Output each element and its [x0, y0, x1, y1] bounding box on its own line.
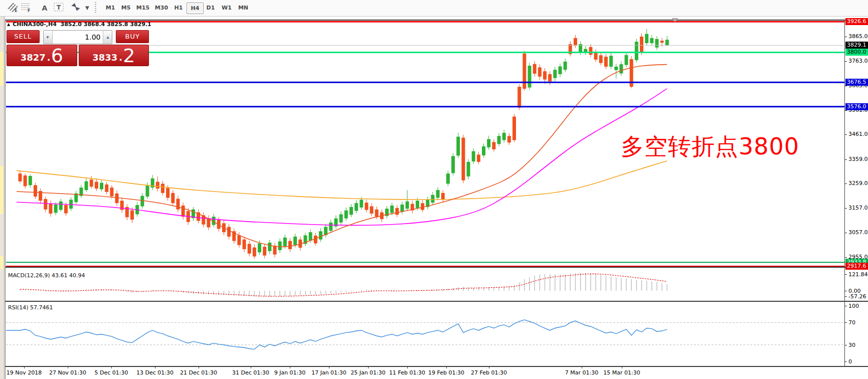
volume-stepper: ▼ ▲ [43, 30, 113, 44]
sell-price-main: 3827 [21, 51, 46, 64]
sell-price-dot: . [47, 51, 51, 64]
macd-label: MACD(12,26,9) 43.61 40.94 [8, 272, 85, 279]
collapse-triangle-icon[interactable]: ▲ [7, 22, 10, 27]
buy-price-pips: 2 [123, 47, 135, 64]
chart-shift-marker-icon[interactable] [671, 18, 678, 22]
price-line-label: 2917.6 [845, 263, 868, 270]
mt4-terminal: E F A T ▼ M1M5M15M30H1H4D1W [0, 0, 868, 379]
volume-input[interactable] [53, 31, 103, 44]
sell-price-button[interactable]: 3827.6 [7, 45, 77, 66]
sell-price-pips: 6 [51, 47, 63, 64]
price-line-label: 3829.1 [845, 42, 868, 49]
volume-decrease-button[interactable]: ▼ [44, 31, 53, 44]
volume-increase-button[interactable]: ▲ [103, 31, 112, 44]
chart-annotation-text: 多空转折点3800 [621, 131, 799, 162]
chart-title-ohlc: 3852.0 3868.4 3825.8 3829.1 [60, 21, 151, 28]
sell-button[interactable]: SELL [7, 30, 40, 43]
price-line-label: 3676.5 [845, 79, 868, 86]
buy-button[interactable]: BUY [116, 30, 149, 43]
rsi-label: RSI(14) 57.7461 [8, 304, 53, 311]
chart-title-symbol: CHINA300-,H4 [13, 21, 57, 28]
buy-price-button[interactable]: 3833.2 [79, 45, 149, 66]
chart-title: ▲CHINA300-,H4 3852.0 3868.4 3825.8 3829.… [7, 21, 151, 28]
buy-price-main: 3833 [92, 51, 117, 64]
buy-price-dot: . [119, 51, 122, 64]
one-click-trading-panel: SELL ▼ ▲ BUY 3827.6 3833.2 [7, 30, 149, 66]
price-line-label: 3926.6 [845, 18, 868, 25]
price-line-label: 3800.0 [845, 49, 868, 56]
price-line-label: 3576.0 [845, 103, 868, 110]
